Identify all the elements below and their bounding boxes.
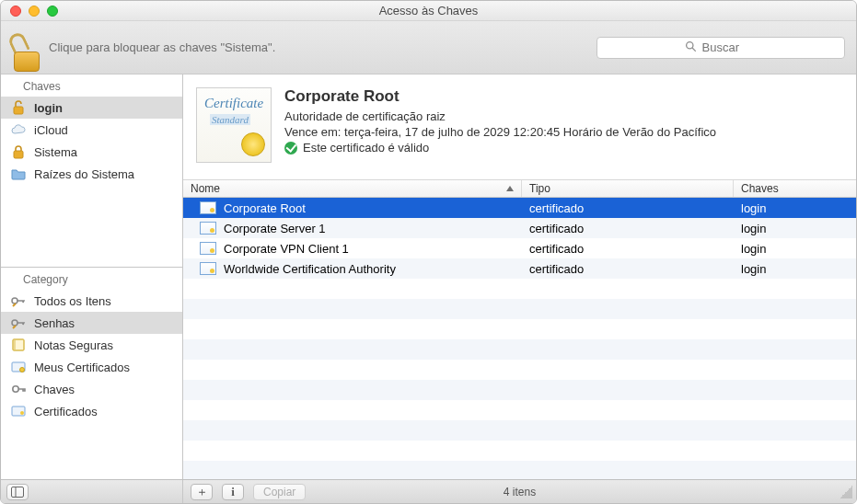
certificate-thumbnail-icon: Certificate Standard bbox=[196, 87, 272, 163]
empty-row bbox=[183, 461, 856, 479]
svg-line-1 bbox=[692, 48, 695, 51]
table-row[interactable]: Corporate VPN Client 1certificadologin bbox=[183, 238, 856, 258]
info-button[interactable]: i bbox=[222, 484, 244, 500]
lock-hint-text: Clique para bloquear as chaves "Sistema"… bbox=[49, 40, 275, 54]
empty-row bbox=[183, 319, 856, 339]
cert-badge-icon bbox=[10, 359, 27, 375]
certificate-kind: Autoridade de certificação raiz bbox=[284, 109, 716, 123]
empty-row bbox=[183, 441, 856, 461]
keychain-item-label: iCloud bbox=[34, 123, 68, 137]
keychain-item-label: Raízes do Sistema bbox=[34, 167, 134, 181]
lock-toggle-button[interactable] bbox=[12, 35, 41, 72]
cell-type: certificado bbox=[529, 262, 584, 276]
column-header-keychain[interactable]: Chaves bbox=[734, 180, 856, 197]
empty-row bbox=[183, 420, 856, 441]
svg-point-9 bbox=[20, 368, 25, 372]
svg-point-10 bbox=[13, 386, 18, 392]
keychain-item-sistema[interactable]: Sistema bbox=[1, 141, 182, 163]
svg-point-12 bbox=[20, 411, 24, 415]
keychains-section: Chaves loginiCloudSistemaRaízes do Siste… bbox=[1, 74, 182, 268]
window-title: Acesso às Chaves bbox=[1, 4, 856, 17]
certificate-name: Corporate Root bbox=[284, 87, 716, 106]
column-header-type[interactable]: Tipo bbox=[522, 180, 734, 197]
cert-icon bbox=[10, 403, 27, 419]
certificate-valid-status: Este certificado é válido bbox=[284, 141, 716, 155]
cert-icon bbox=[200, 222, 216, 235]
sort-ascending-icon bbox=[506, 186, 514, 191]
column-type-label: Tipo bbox=[529, 182, 550, 195]
category-item-certs[interactable]: Certificados bbox=[1, 400, 182, 422]
keychain-access-window: Acesso às Chaves Clique para bloquear as… bbox=[0, 0, 857, 504]
empty-row bbox=[183, 299, 856, 319]
svg-point-5 bbox=[12, 320, 17, 326]
cert-icon bbox=[200, 201, 216, 214]
content-area: Chaves loginiCloudSistemaRaízes do Siste… bbox=[1, 74, 856, 479]
svg-rect-3 bbox=[14, 151, 23, 158]
category-item-mycerts[interactable]: Meus Certificados bbox=[1, 356, 182, 378]
certificate-valid-text: Este certificado é válido bbox=[303, 141, 429, 155]
statusbar: ＋ i Copiar 4 itens bbox=[1, 479, 856, 503]
cell-name: Worldwide Certification Authority bbox=[224, 262, 396, 276]
toolbar: Clique para bloquear as chaves "Sistema"… bbox=[1, 21, 856, 74]
table-row[interactable]: Corporate Server 1certificadologin bbox=[183, 218, 856, 238]
keychains-header: Chaves bbox=[1, 74, 182, 97]
svg-rect-13 bbox=[12, 487, 24, 497]
table-row[interactable]: Worldwide Certification Authoritycertifi… bbox=[183, 258, 856, 279]
toggle-sidebar-button[interactable] bbox=[6, 484, 29, 500]
column-header-name[interactable]: Nome bbox=[183, 180, 522, 197]
category-item-label: Meus Certificados bbox=[34, 361, 130, 374]
search-input[interactable] bbox=[702, 40, 758, 54]
add-item-button[interactable]: ＋ bbox=[191, 484, 213, 500]
keychain-item-raizes[interactable]: Raízes do Sistema bbox=[1, 163, 182, 185]
category-item-keys[interactable]: Chaves bbox=[1, 378, 182, 400]
certificate-expires: Vence em: terça-feira, 17 de julho de 20… bbox=[284, 125, 716, 139]
empty-row bbox=[183, 360, 856, 380]
cell-keychain: login bbox=[741, 222, 766, 235]
search-field[interactable] bbox=[596, 37, 845, 59]
cell-type: certificado bbox=[529, 222, 584, 235]
seal-icon bbox=[241, 132, 265, 156]
category-item-label: Certificados bbox=[34, 405, 98, 418]
key-icon bbox=[10, 381, 27, 397]
category-item-all[interactable]: Todos os Itens bbox=[1, 290, 182, 312]
table-row[interactable]: Corporate Rootcertificadologin bbox=[183, 198, 856, 218]
cell-keychain: login bbox=[741, 262, 766, 276]
cloud-icon bbox=[10, 121, 27, 138]
keychain-item-label: login bbox=[34, 101, 63, 115]
empty-row bbox=[183, 400, 856, 420]
category-item-label: Todos os Itens bbox=[34, 294, 111, 308]
folder-icon bbox=[10, 166, 27, 182]
keychain-item-icloud[interactable]: iCloud bbox=[1, 119, 182, 141]
keychain-item-login[interactable]: login bbox=[1, 97, 182, 119]
column-name-label: Nome bbox=[191, 182, 220, 195]
column-keychain-label: Chaves bbox=[741, 182, 779, 195]
empty-row bbox=[183, 380, 856, 400]
category-section: Category Todos os ItensSenhasNotas Segur… bbox=[1, 268, 182, 422]
copy-button[interactable]: Copiar bbox=[253, 484, 306, 500]
table-body: Corporate RootcertificadologinCorporate … bbox=[183, 198, 856, 479]
svg-rect-2 bbox=[14, 107, 23, 114]
cell-keychain: login bbox=[741, 201, 766, 215]
category-item-label: Notas Seguras bbox=[34, 338, 113, 352]
key-pen-icon bbox=[10, 315, 27, 331]
empty-row bbox=[183, 279, 856, 299]
lock-open-icon bbox=[10, 99, 27, 116]
search-icon bbox=[685, 40, 697, 55]
category-header: Category bbox=[1, 268, 182, 290]
note-icon bbox=[10, 337, 27, 353]
keychain-item-label: Sistema bbox=[34, 145, 77, 159]
resize-grip-icon[interactable] bbox=[840, 486, 852, 498]
svg-point-4 bbox=[12, 298, 17, 304]
certificate-detail-text: Corporate Root Autoridade de certificaçã… bbox=[284, 87, 716, 163]
checkmark-icon bbox=[284, 142, 297, 155]
category-item-notes[interactable]: Notas Seguras bbox=[1, 334, 182, 356]
titlebar: Acesso às Chaves bbox=[1, 1, 856, 21]
category-item-passwords[interactable]: Senhas bbox=[1, 312, 182, 334]
key-pen-icon bbox=[10, 292, 27, 309]
category-item-label: Senhas bbox=[34, 316, 75, 330]
sidebar: Chaves loginiCloudSistemaRaízes do Siste… bbox=[1, 74, 183, 479]
category-item-label: Chaves bbox=[34, 383, 75, 396]
empty-row bbox=[183, 339, 856, 360]
table-header: Nome Tipo Chaves bbox=[183, 179, 856, 198]
cell-name: Corporate VPN Client 1 bbox=[224, 242, 349, 256]
